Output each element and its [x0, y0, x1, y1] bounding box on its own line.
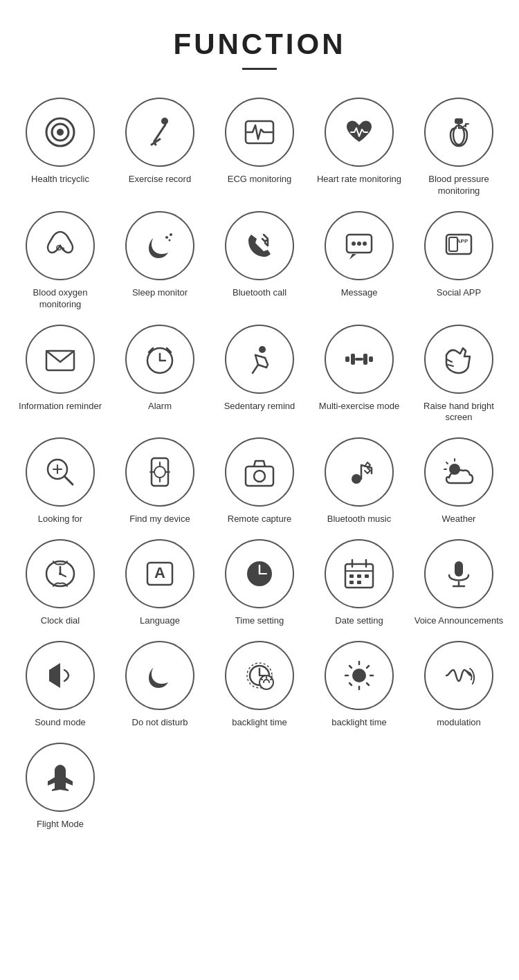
- function-item-clock-dial: Clock dial: [14, 539, 107, 627]
- svg-point-18: [363, 242, 367, 246]
- svg-text:APP: APP: [457, 238, 468, 244]
- function-item-blood-oxygen-monitoring: O₂Blood oxygen monitoring: [14, 211, 107, 311]
- icon-circle-ecg-monitoring: [225, 98, 294, 167]
- svg-text:A: A: [154, 564, 165, 581]
- icon-circle-weather: [424, 437, 493, 507]
- svg-point-13: [170, 233, 172, 236]
- function-grid: Health tricyclicExercise recordECG monit…: [14, 98, 505, 831]
- function-label-sleep-monitor: Sleep monitor: [132, 287, 188, 299]
- function-label-backlight-time-1: backlight time: [232, 717, 286, 729]
- svg-rect-31: [351, 354, 355, 365]
- function-item-modulation: modulation: [412, 641, 505, 729]
- svg-line-79: [261, 679, 262, 680]
- svg-point-16: [352, 242, 356, 246]
- function-item-bluetooth-music: Bluetooth music: [313, 437, 406, 525]
- icon-circle-voice-announcements: [424, 539, 493, 608]
- function-label-ecg-monitoring: ECG monitoring: [228, 174, 291, 185]
- function-label-modulation: modulation: [437, 717, 481, 729]
- function-label-bluetooth-call: Bluetooth call: [233, 287, 286, 299]
- svg-rect-32: [363, 354, 367, 365]
- svg-line-89: [349, 683, 352, 685]
- function-label-alarm: Alarm: [148, 401, 172, 412]
- svg-rect-65: [349, 574, 354, 578]
- function-label-blood-oxygen-monitoring: Blood oxygen monitoring: [14, 287, 107, 311]
- function-item-bluetooth-call: Bluetooth call: [213, 211, 306, 311]
- function-item-remote-capture: Remote capture: [213, 437, 306, 525]
- icon-circle-multi-exercise-mode: [325, 325, 394, 394]
- svg-point-81: [352, 669, 366, 682]
- function-label-bluetooth-music: Bluetooth music: [327, 514, 392, 525]
- icon-circle-message: [325, 211, 394, 280]
- svg-line-87: [367, 683, 369, 685]
- svg-point-41: [154, 466, 165, 478]
- icon-circle-time-setting: [225, 539, 294, 608]
- icon-circle-blood-pressure-monitoring: [424, 98, 493, 167]
- page-title: FUNCTION: [174, 28, 346, 61]
- icon-circle-modulation: [424, 641, 493, 710]
- function-item-language: ALanguage: [113, 539, 206, 627]
- svg-rect-68: [349, 581, 354, 584]
- icon-circle-flight-mode: [26, 743, 95, 812]
- function-item-do-not-disturb: Do not disturb: [113, 641, 206, 729]
- icon-circle-remote-capture: [225, 437, 294, 507]
- function-item-sound-mode: Sound mode: [14, 641, 107, 729]
- function-label-multi-exercise-mode: Multi-exercise mode: [319, 401, 399, 412]
- svg-point-3: [161, 118, 168, 125]
- function-label-blood-pressure-monitoring: Blood pressure monitoring: [412, 174, 505, 197]
- svg-point-47: [254, 471, 265, 482]
- function-item-backlight-time-2: backlight time: [313, 641, 406, 729]
- svg-rect-66: [357, 574, 361, 578]
- svg-rect-69: [357, 581, 361, 584]
- function-label-heart-rate-monitoring: Heart rate monitoring: [317, 174, 401, 185]
- function-item-exercise-record: Exercise record: [113, 98, 206, 197]
- function-item-heart-rate-monitoring: Heart rate monitoring: [313, 98, 406, 197]
- svg-line-37: [64, 476, 73, 484]
- function-label-voice-announcements: Voice Announcements: [415, 615, 504, 627]
- function-label-social-app: Social APP: [437, 287, 481, 299]
- function-label-backlight-time-2: backlight time: [331, 717, 386, 729]
- icon-circle-blood-oxygen-monitoring: O₂: [26, 211, 95, 280]
- svg-rect-46: [246, 466, 273, 486]
- icon-circle-sedentary-remind: [225, 325, 294, 394]
- svg-text:O₂: O₂: [56, 244, 66, 252]
- svg-line-88: [367, 666, 369, 668]
- icon-circle-sleep-monitor: [125, 211, 194, 280]
- svg-rect-67: [365, 574, 369, 578]
- function-item-weather: Weather: [412, 437, 505, 525]
- function-label-find-my-device: Find my device: [129, 514, 190, 525]
- function-item-voice-announcements: Voice Announcements: [412, 539, 505, 627]
- svg-line-80: [271, 679, 272, 680]
- function-label-looking-for: Looking for: [38, 514, 82, 525]
- icon-circle-heart-rate-monitoring: [325, 98, 394, 167]
- function-label-time-setting: Time setting: [235, 615, 284, 627]
- function-item-backlight-time-1: backlight time: [213, 641, 306, 729]
- icon-circle-backlight-time-2: [325, 641, 394, 710]
- icon-circle-raise-hand-bright-screen: [424, 325, 493, 394]
- function-label-clock-dial: Clock dial: [41, 615, 80, 627]
- icon-circle-social-app: APP: [424, 211, 493, 280]
- svg-rect-29: [345, 356, 349, 362]
- function-item-sleep-monitor: Sleep monitor: [113, 211, 206, 311]
- icon-circle-clock-dial: [26, 539, 95, 608]
- svg-point-17: [357, 242, 361, 246]
- svg-point-12: [165, 236, 168, 239]
- svg-point-55: [59, 572, 62, 575]
- function-label-message: Message: [341, 287, 378, 299]
- function-label-do-not-disturb: Do not disturb: [132, 717, 188, 729]
- icon-circle-looking-for: [26, 437, 95, 507]
- function-label-exercise-record: Exercise record: [129, 174, 191, 185]
- function-label-language: Language: [140, 615, 180, 627]
- function-label-sedentary-remind: Sedentary remind: [224, 401, 295, 412]
- icon-circle-bluetooth-music: [325, 437, 394, 507]
- function-item-find-my-device: Find my device: [113, 437, 206, 525]
- function-item-looking-for: Looking for: [14, 437, 107, 525]
- icon-circle-backlight-time-1: [225, 641, 294, 710]
- function-item-raise-hand-bright-screen: Raise hand bright screen: [412, 325, 505, 424]
- function-label-flight-mode: Flight Mode: [37, 819, 84, 831]
- function-label-weather: Weather: [442, 514, 476, 525]
- svg-line-86: [349, 666, 352, 668]
- svg-rect-70: [455, 561, 463, 577]
- function-item-information-reminder: Information reminder: [14, 325, 107, 424]
- svg-point-14: [169, 239, 171, 241]
- function-item-flight-mode: Flight Mode: [14, 743, 107, 831]
